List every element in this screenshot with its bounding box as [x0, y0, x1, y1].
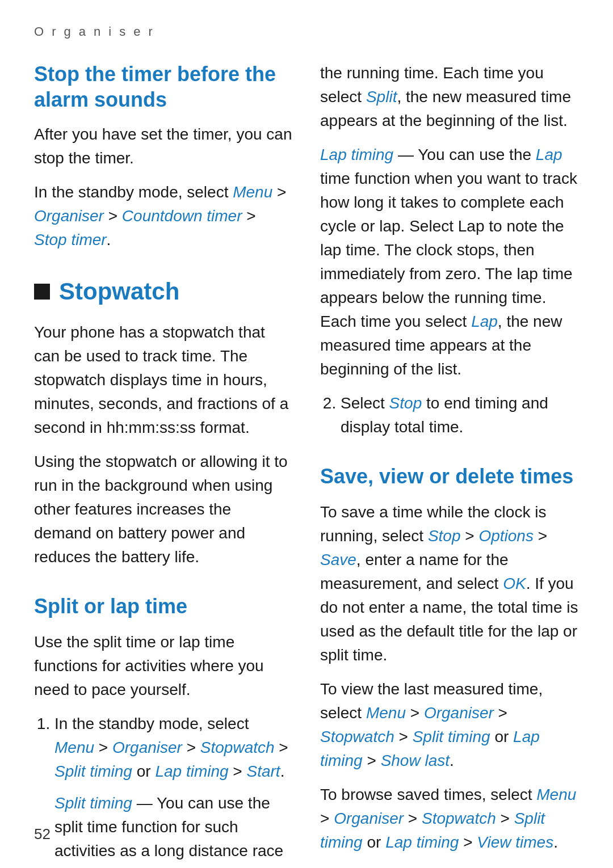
view-para: To view the last measured time, select M… [320, 677, 579, 773]
link-menu-2[interactable]: Menu [54, 739, 94, 756]
link-menu-4[interactable]: Menu [536, 786, 576, 803]
link-split-timing-1[interactable]: Split timing [54, 762, 132, 780]
link-split-2[interactable]: Split [366, 88, 397, 106]
link-stop-timer[interactable]: Stop timer [34, 231, 107, 248]
link-split-timing-2[interactable]: Split timing [413, 728, 490, 745]
right-split-continuation: the running time. Each time you select S… [320, 61, 579, 133]
stopwatch-para2: Using the stopwatch or allowing it to ru… [34, 450, 293, 569]
link-save-1[interactable]: Save [320, 551, 356, 568]
link-organiser-1[interactable]: Organiser [34, 207, 104, 225]
link-ok-1[interactable]: OK [503, 575, 526, 592]
right-item2: Select Stop to end timing and display to… [341, 391, 579, 439]
stopwatch-heading: Stopwatch [59, 275, 179, 309]
right-column: the running time. Each time you select S… [320, 61, 579, 868]
split-lap-section: Split or lap time Use the split time or … [34, 592, 293, 868]
link-lap-timing-3[interactable]: Lap timing [385, 833, 459, 851]
link-split-timing-label[interactable]: Split timing [54, 794, 132, 812]
link-show-last[interactable]: Show last [381, 752, 450, 769]
save-para1: To save a time while the clock is runnin… [320, 500, 579, 667]
stopwatch-heading-container: Stopwatch [34, 275, 293, 309]
split-timing-block: Split timing — You can use the split tim… [54, 791, 293, 868]
link-stopwatch-3[interactable]: Stopwatch [422, 810, 496, 827]
stopwatch-icon [34, 284, 50, 300]
right-list: Select Stop to end timing and display to… [320, 391, 579, 439]
stopwatch-section: Stopwatch Your phone has a stopwatch tha… [34, 275, 293, 569]
stop-timer-heading: Stop the timer before the alarm sounds [34, 61, 293, 112]
save-view-heading: Save, view or delete times [320, 462, 579, 491]
split-lap-intro: Use the split time or lap time functions… [34, 630, 293, 702]
link-stopwatch-1[interactable]: Stopwatch [200, 739, 275, 756]
left-column: Stop the timer before the alarm sounds A… [34, 61, 293, 868]
page-number: 52 [34, 824, 51, 845]
lap-timing-desc: Lap timing — You can use the Lap time fu… [320, 143, 579, 381]
stopwatch-para1: Your phone has a stopwatch that can be u… [34, 321, 293, 440]
link-options-1[interactable]: Options [478, 527, 534, 545]
link-organiser-4[interactable]: Organiser [334, 810, 404, 827]
save-view-section: Save, view or delete times To save a tim… [320, 462, 579, 854]
link-lap-timing-label[interactable]: Lap timing [320, 146, 393, 163]
browse-para: To browse saved times, select Menu > Org… [320, 783, 579, 854]
stop-timer-para1: After you have set the timer, you can st… [34, 123, 293, 170]
page-label: O r g a n i s e r [34, 23, 579, 41]
stop-timer-para2: In the standby mode, select Menu > Organ… [34, 180, 293, 252]
link-menu-1[interactable]: Menu [233, 183, 272, 201]
link-start-1[interactable]: Start [247, 762, 280, 780]
link-countdown-timer[interactable]: Countdown timer [122, 207, 242, 225]
link-stop-1[interactable]: Stop [389, 394, 422, 412]
stop-timer-section: Stop the timer before the alarm sounds A… [34, 61, 293, 252]
link-lap-2[interactable]: Lap [471, 313, 498, 330]
link-stopwatch-2[interactable]: Stopwatch [320, 728, 394, 745]
split-lap-heading: Split or lap time [34, 592, 293, 621]
link-lap-timing-1[interactable]: Lap timing [155, 762, 228, 780]
split-timing-desc: Split timing — You can use the split tim… [54, 791, 293, 868]
split-lap-item1: In the standby mode, select Menu > Organ… [54, 712, 293, 868]
link-organiser-2[interactable]: Organiser [112, 739, 182, 756]
link-organiser-3[interactable]: Organiser [424, 704, 494, 722]
link-view-times[interactable]: View times [477, 833, 553, 851]
split-lap-list: In the standby mode, select Menu > Organ… [34, 712, 293, 868]
link-lap-1[interactable]: Lap [536, 146, 562, 163]
link-stop-2[interactable]: Stop [428, 527, 461, 545]
link-menu-3[interactable]: Menu [366, 704, 406, 722]
